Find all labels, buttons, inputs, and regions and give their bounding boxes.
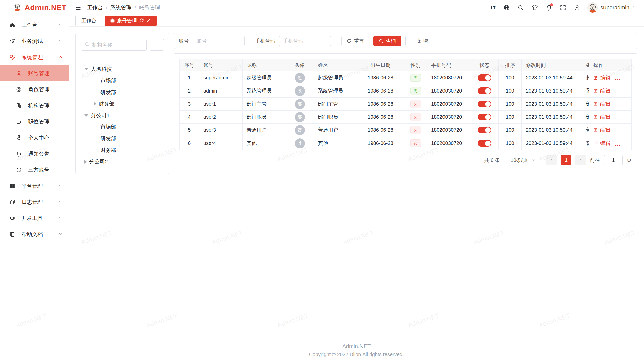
menu-fold-icon[interactable] — [75, 4, 82, 11]
reset-button[interactable]: 重置 — [341, 36, 369, 46]
sidebar-item-label: 日志管理 — [22, 199, 43, 206]
row-more-button[interactable]: ... — [615, 141, 621, 147]
org-search-box[interactable] — [81, 39, 147, 51]
status-toggle[interactable] — [478, 114, 491, 120]
tree-node[interactable]: 研发部 — [81, 133, 164, 144]
sidebar-item-system-management[interactable]: 系统管理 — [0, 49, 69, 65]
logo[interactable]: Admin.NET — [0, 0, 69, 15]
cell-avatar: 部 — [286, 111, 314, 124]
tab-close-icon[interactable] — [147, 18, 151, 24]
query-button[interactable]: 查询 — [373, 36, 401, 46]
breadcrumb-item[interactable]: 工作台 — [87, 4, 103, 11]
breadcrumb-separator: / — [106, 5, 107, 11]
account-filter-input[interactable] — [193, 36, 245, 46]
goto-page-input[interactable] — [604, 155, 623, 165]
tab-workbench[interactable]: 工作台 — [75, 16, 102, 26]
cell-account: user1 — [199, 98, 243, 111]
org-more-button[interactable]: ... — [150, 39, 164, 51]
row-more-button[interactable]: ... — [615, 102, 621, 107]
gender-badge: 男 — [410, 74, 421, 81]
fullscreen-icon[interactable] — [559, 4, 567, 11]
tree-node[interactable]: 分公司1 — [81, 110, 164, 121]
next-page-button[interactable]: › — [575, 155, 586, 165]
page-size-select[interactable]: 10条/页 — [504, 155, 542, 165]
status-toggle[interactable] — [478, 74, 491, 81]
column-header: 修改时间 — [522, 59, 582, 71]
status-toggle[interactable] — [478, 87, 491, 94]
gender-badge: 女 — [410, 126, 421, 134]
notification-bell-icon[interactable] — [545, 4, 553, 11]
row-more-button[interactable]: ... — [615, 115, 621, 120]
edit-button[interactable]: 编辑 — [593, 74, 610, 81]
add-button[interactable]: 新增 — [405, 36, 433, 46]
footer-copyright: Copyright © 2022 Dilon All rights reserv… — [69, 352, 644, 357]
avatar: 部 — [295, 99, 305, 109]
edit-button[interactable]: 编辑 — [593, 114, 610, 120]
sidebar-item-personal-center[interactable]: 个人中心 — [0, 130, 69, 146]
language-globe-icon[interactable] — [503, 4, 510, 11]
sidebar-item-notice[interactable]: 通知公告 — [0, 146, 69, 162]
tree-node[interactable]: 市场部 — [81, 121, 164, 133]
edit-button[interactable]: 编辑 — [593, 87, 610, 94]
gender-badge: 女 — [410, 100, 421, 108]
caret-down-icon[interactable] — [84, 114, 88, 117]
phone-filter-input[interactable] — [279, 36, 331, 46]
tree-node[interactable]: 财务部 — [81, 144, 164, 156]
current-page-button[interactable]: 1 — [561, 155, 571, 165]
cell-index: 2 — [180, 84, 199, 98]
sidebar-item-platform-management[interactable]: 平台管理 — [0, 178, 69, 194]
cell-account: user3 — [199, 124, 243, 137]
cell-remark: 部门职员 — [582, 111, 589, 124]
sidebar-item-business-test[interactable]: 业务测试 — [0, 33, 69, 49]
tab-refresh-icon[interactable] — [139, 18, 144, 24]
sidebar-item-account-management[interactable]: 账号管理 — [0, 65, 69, 81]
tab-account-management[interactable]: 账号管理 — [105, 16, 157, 26]
sidebar-item-dev-tools[interactable]: 开发工具 — [0, 210, 69, 226]
sidebar-item-third-party[interactable]: 三方账号 — [0, 162, 69, 178]
caret-right-icon[interactable] — [84, 160, 87, 164]
org-building-icon — [16, 102, 22, 109]
edit-button-label: 编辑 — [600, 74, 610, 81]
tree-node[interactable]: 财务部 — [81, 98, 164, 110]
caret-down-icon[interactable] — [84, 68, 88, 70]
cell-account: superadmin — [199, 71, 243, 84]
sidebar-item-position-management[interactable]: 职位管理 — [0, 114, 69, 130]
tree-node[interactable]: 大名科技 — [81, 63, 164, 75]
user-menu[interactable]: superadmin — [587, 2, 636, 13]
tree-node-label: 研发部 — [100, 89, 116, 96]
row-more-button[interactable]: ... — [615, 128, 621, 133]
content: ... 大名科技 市场部 研发部 财务部 分公司1 市场部 研发部 财务部 分公… — [69, 27, 644, 180]
breadcrumb-item[interactable]: 系统管理 — [110, 4, 132, 11]
prev-page-button[interactable]: ‹ — [546, 155, 557, 165]
edit-button[interactable]: 编辑 — [593, 127, 610, 133]
profile-icon[interactable] — [573, 4, 581, 11]
tree-node[interactable]: 研发部 — [81, 86, 164, 98]
sidebar-item-org-management[interactable]: 机构管理 — [0, 98, 69, 114]
sidebar-item-log-management[interactable]: 日志管理 — [0, 194, 69, 210]
avatar: 普 — [295, 125, 305, 135]
search-icon[interactable] — [517, 4, 525, 11]
status-toggle[interactable] — [478, 101, 491, 107]
status-toggle[interactable] — [478, 140, 491, 147]
row-more-button[interactable]: ... — [615, 89, 621, 94]
sidebar-item-role-management[interactable]: 角色管理 — [0, 81, 69, 98]
font-size-icon[interactable]: TT — [489, 4, 496, 11]
theme-shirt-icon[interactable] — [531, 4, 539, 11]
cell-phone: 18020030720 — [427, 84, 470, 98]
edit-button[interactable]: 编辑 — [593, 101, 610, 107]
status-toggle[interactable] — [478, 127, 491, 133]
tree-node[interactable]: 分公司2 — [81, 156, 164, 167]
sidebar-item-label: 三方账号 — [28, 166, 49, 173]
tree-node[interactable]: 市场部 — [81, 75, 164, 86]
caret-right-icon[interactable] — [94, 102, 96, 106]
sidebar-item-workbench[interactable]: 工作台 — [0, 17, 69, 33]
row-more-button[interactable]: ... — [615, 76, 621, 81]
app-root: Admin.NET 工作台 业务测试 系统管理 账号管理 — [0, 0, 644, 362]
edit-button[interactable]: 编辑 — [593, 140, 610, 147]
page-unit-label: 页 — [627, 157, 632, 164]
cell-index: 5 — [180, 124, 199, 137]
sidebar-item-help-docs[interactable]: 帮助文档 — [0, 226, 69, 242]
sidebar-item-label: 开发工具 — [22, 215, 43, 222]
org-search-input[interactable] — [92, 42, 143, 48]
tab-label: 账号管理 — [117, 17, 137, 24]
